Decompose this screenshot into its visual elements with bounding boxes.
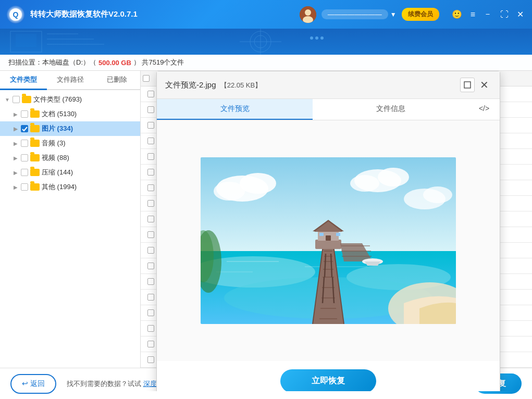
preview-image-area bbox=[157, 120, 500, 361]
arrow-root: ▼ bbox=[4, 97, 10, 103]
header-checkbox[interactable] bbox=[143, 75, 150, 82]
row-checkbox[interactable] bbox=[147, 200, 154, 207]
tree-label-root: 文件类型 (7693) bbox=[33, 95, 82, 104]
svg-rect-49 bbox=[315, 240, 341, 249]
row-checkbox[interactable] bbox=[147, 169, 154, 176]
row-checkbox[interactable] bbox=[147, 263, 154, 269]
tree-item-img[interactable]: ▶ 图片 (334) bbox=[0, 121, 140, 136]
checkbox-video[interactable] bbox=[21, 154, 28, 161]
bottom-hint-text: 找不到需要的数据？试试 bbox=[67, 380, 141, 388]
scan-info-bar: 扫描位置：本地磁盘（D:）（ 500.00 GB ） 共7519个文件 bbox=[0, 55, 532, 71]
row-checkbox[interactable] bbox=[147, 309, 154, 316]
smiley-icon[interactable]: 🙂 bbox=[450, 7, 464, 21]
tree-label-video: 视频 (88) bbox=[42, 153, 69, 163]
close-icon[interactable]: ✕ bbox=[515, 7, 526, 21]
tree-item-archive[interactable]: ▶ 压缩 (144) bbox=[0, 165, 140, 180]
app-title: 转转大师数据恢复软件V2.0.7.1 bbox=[30, 9, 300, 19]
checkbox-root[interactable] bbox=[13, 96, 20, 103]
scan-size: 500.00 GB bbox=[98, 59, 131, 67]
preview-maximize-btn[interactable] bbox=[460, 78, 475, 92]
checkbox-doc[interactable] bbox=[21, 110, 28, 118]
arrow-video: ▶ bbox=[13, 155, 19, 161]
menu-icon[interactable]: ≡ bbox=[468, 8, 477, 21]
beach-image bbox=[201, 157, 456, 324]
tree-item-other[interactable]: ▶ 其他 (1994) bbox=[0, 180, 140, 194]
preview-close-btn[interactable]: ✕ bbox=[477, 78, 491, 92]
arrow-img: ▶ bbox=[13, 126, 19, 132]
svg-point-21 bbox=[350, 175, 379, 192]
svg-point-3 bbox=[305, 9, 311, 16]
row-checkbox[interactable] bbox=[147, 153, 154, 160]
arrow-archive: ▶ bbox=[13, 170, 19, 176]
row-checkbox[interactable] bbox=[147, 106, 154, 113]
svg-rect-14 bbox=[464, 82, 471, 88]
tree-item-root[interactable]: ▼ 文件类型 (7693) bbox=[0, 92, 140, 107]
titlebar-icons: 🙂 ≡ － ⛶ ✕ bbox=[450, 7, 526, 22]
tab-deleted[interactable]: 已删除 bbox=[93, 71, 140, 90]
row-checkbox[interactable] bbox=[147, 216, 154, 222]
preview-tab-preview[interactable]: 文件预览 bbox=[157, 99, 313, 120]
preview-tab-info[interactable]: 文件信息 bbox=[313, 99, 468, 120]
preview-modal: 文件预览-2.jpg 【22.05 KB】 ✕ 文件预览 文件信息 </> bbox=[156, 71, 500, 391]
tab-bar: 文件类型 文件路径 已删除 bbox=[0, 71, 140, 90]
preview-tabs: 文件预览 文件信息 </> bbox=[157, 99, 500, 120]
tree-item-doc[interactable]: ▶ 文档 (5130) bbox=[0, 107, 140, 121]
folder-icon-img bbox=[30, 125, 40, 132]
username-text: ———————— bbox=[321, 9, 388, 19]
avatar[interactable] bbox=[300, 6, 316, 23]
row-checkbox[interactable] bbox=[147, 341, 154, 347]
svg-marker-61 bbox=[365, 261, 380, 266]
preview-modal-header: 文件预览-2.jpg 【22.05 KB】 ✕ bbox=[157, 71, 500, 99]
row-checkbox[interactable] bbox=[147, 278, 154, 285]
checkbox-archive[interactable] bbox=[21, 169, 28, 176]
maximize-icon[interactable]: ⛶ bbox=[498, 8, 511, 21]
svg-point-23 bbox=[423, 186, 452, 203]
app-logo: Q bbox=[6, 5, 25, 24]
row-checkbox[interactable] bbox=[147, 356, 154, 363]
left-panel: 文件类型 文件路径 已删除 ▼ 文件类型 (7693) ▶ 文档 (5130) … bbox=[0, 71, 141, 391]
dropdown-arrow-icon[interactable]: ▼ bbox=[390, 11, 397, 18]
row-checkbox[interactable] bbox=[147, 91, 154, 97]
row-checkbox[interactable] bbox=[147, 122, 154, 129]
right-area: // Will be filled by JS JPGJPGJPGJPGJPGJ… bbox=[141, 71, 532, 391]
svg-rect-53 bbox=[326, 235, 331, 241]
row-checkbox[interactable] bbox=[147, 184, 154, 191]
folder-icon-video bbox=[30, 154, 40, 161]
svg-rect-55 bbox=[336, 233, 340, 236]
tree-item-audio[interactable]: ▶ 音频 (3) bbox=[0, 136, 140, 151]
checkbox-other[interactable] bbox=[21, 183, 28, 191]
username-area: ———————— ▼ bbox=[321, 9, 397, 19]
back-button[interactable]: ↩ 返回 bbox=[10, 374, 56, 394]
minimize-icon[interactable]: － bbox=[481, 7, 494, 22]
main-content: 文件类型 文件路径 已删除 ▼ 文件类型 (7693) ▶ 文档 (5130) … bbox=[0, 71, 532, 391]
preview-title-size: 【22.05 KB】 bbox=[220, 81, 262, 89]
tree-view: ▼ 文件类型 (7693) ▶ 文档 (5130) ▶ 图片 (334) bbox=[0, 90, 140, 391]
row-checkbox[interactable] bbox=[147, 138, 154, 144]
tree-item-video[interactable]: ▶ 视频 (88) bbox=[0, 151, 140, 165]
svg-point-17 bbox=[240, 173, 276, 194]
checkbox-img[interactable] bbox=[21, 125, 28, 132]
arrow-doc: ▶ bbox=[13, 111, 19, 117]
svg-rect-6 bbox=[16, 34, 36, 47]
tab-file-path[interactable]: 文件路径 bbox=[47, 71, 94, 90]
row-checkbox[interactable] bbox=[147, 231, 154, 238]
preview-tab-code[interactable]: </> bbox=[468, 99, 500, 120]
row-checkbox[interactable] bbox=[147, 294, 154, 301]
tab-file-type[interactable]: 文件类型 bbox=[0, 71, 47, 90]
folder-icon-other bbox=[30, 183, 40, 191]
vip-button[interactable]: 续费会员 bbox=[402, 8, 439, 21]
svg-point-18 bbox=[214, 182, 245, 201]
tree-label-audio: 音频 (3) bbox=[42, 139, 66, 148]
row-checkbox[interactable] bbox=[147, 325, 154, 332]
svg-rect-54 bbox=[319, 233, 324, 236]
tree-label-other: 其他 (1994) bbox=[42, 182, 77, 192]
tree-label-archive: 压缩 (144) bbox=[42, 168, 73, 177]
checkbox-audio[interactable] bbox=[21, 140, 28, 147]
row-checkbox[interactable] bbox=[147, 247, 154, 254]
immediate-recover-button[interactable]: 立即恢复 bbox=[280, 369, 376, 391]
svg-point-20 bbox=[378, 168, 409, 186]
arrow-other: ▶ bbox=[13, 184, 19, 190]
folder-icon-archive bbox=[30, 169, 40, 176]
tree-label-img: 图片 (334) bbox=[42, 124, 73, 133]
preview-title: 文件预览-2.jpg 【22.05 KB】 bbox=[165, 80, 457, 90]
